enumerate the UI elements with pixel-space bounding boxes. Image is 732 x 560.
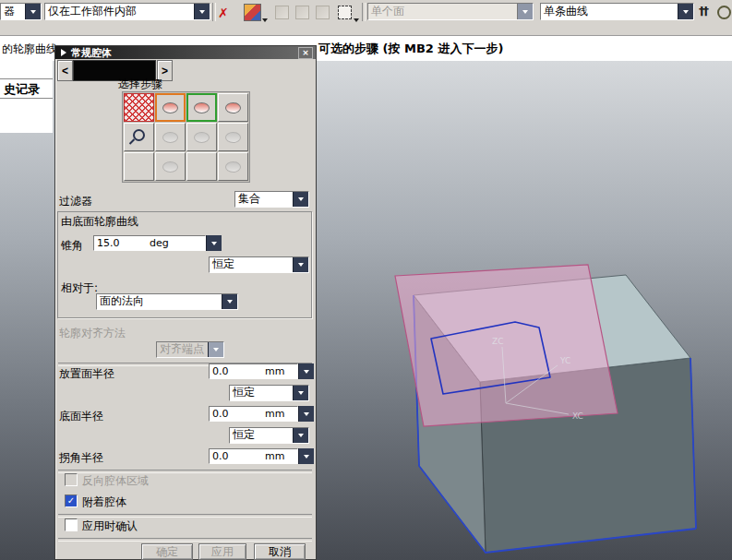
cancel-button[interactable]: 取消 [254,543,306,560]
pocket-icon [194,132,210,143]
dialog-titlebar[interactable]: 常规腔体 × [55,46,316,59]
selection-filter-combo-value: 器 [1,4,25,19]
step-button-9 [124,152,154,181]
confirm-on-apply-label: 应用时确认 [82,518,138,534]
confirm-on-apply-checkbox[interactable] [65,518,78,531]
pocket-icon [225,161,241,173]
clear-selection-icon[interactable]: ✗ [218,6,229,20]
corner-radius-unit: mm [265,450,284,462]
dialog-arrow-icon [61,49,66,56]
chevron-down-icon[interactable] [293,386,308,400]
bottom-radius-spinner[interactable]: 0.0 mm [209,406,314,422]
spinner-down-icon[interactable] [206,235,222,251]
chevron-down-icon[interactable] [262,18,268,22]
pocket-icon [162,132,178,143]
pocket-icon [225,132,241,143]
dialog-title: 常规腔体 [71,47,112,59]
top-toolbar: 器 仅在工作部件内部 ✗ 单个面 单条曲线 †† [0,0,732,36]
prev-step-button[interactable]: < [57,60,73,81]
relative-to-label: 相对于: [61,280,98,296]
taper-angle-unit: deg [150,237,169,249]
disabled-tool-icon [316,6,330,19]
reverse-region-row: 反向腔体区域 [55,473,309,487]
apply-button[interactable]: 应用 [198,543,246,560]
selection-steps-grid [122,91,250,183]
step-button-3[interactable] [186,93,217,122]
reverse-region-checkbox [65,473,78,486]
attach-pocket-label: 附着腔体 [82,494,126,510]
face-rule-combo-value: 单个面 [368,4,517,19]
corner-radius-value[interactable]: 0.0 [212,450,229,462]
step-button-7 [186,123,217,151]
selection-filter-combo[interactable]: 器 [0,3,42,20]
bottom-radius-unit: mm [265,408,284,420]
toolbar-separator [212,3,216,21]
placement-radius-spinner[interactable]: 0.0 mm [209,363,314,379]
step-button-1[interactable] [124,93,154,122]
pocket-icon [194,102,210,113]
attach-pocket-checkbox[interactable]: ✓ [65,494,78,507]
curve-rule-combo[interactable]: 单条曲线 [540,3,694,20]
corner-radius-label: 拐角半径 [59,450,103,466]
chevron-down-icon[interactable] [678,4,693,19]
pocket-icon [162,102,178,113]
app-window: 器 仅在工作部件内部 ✗ 单个面 单条曲线 †† 的轮廓曲线 可选的步骤 (按 … [0,0,732,560]
chevron-down-icon[interactable] [293,428,308,443]
corner-radius-spinner[interactable]: 0.0 mm [209,448,314,464]
chevron-down-icon[interactable] [293,192,308,207]
placement-radius-unit: mm [265,365,284,377]
curve-rule-combo-value: 单条曲线 [541,4,678,19]
history-tab[interactable]: 史记录 [0,78,53,99]
chevron-down-icon[interactable] [25,4,41,19]
general-pocket-dialog: 常规腔体 × < > 选择步骤 过滤器 集合 由底面轮廓曲线 锥 [54,45,317,560]
chevron-down-icon[interactable] [222,294,237,309]
taper-angle-value[interactable]: 15.0 [97,237,120,249]
spinner-down-icon[interactable] [298,406,314,422]
circle-tool-icon[interactable] [717,6,731,19]
filter-combo-value: 集合 [235,192,293,207]
taper-law-value: 恒定 [210,257,293,272]
selection-scope-combo-value: 仅在工作部件内部 [45,4,194,19]
taper-law-combo[interactable]: 恒定 [209,256,309,273]
close-icon[interactable]: × [298,47,313,59]
pocket-icon [162,161,178,173]
spinner-down-icon[interactable] [298,363,314,379]
step-button-10 [155,152,186,181]
disabled-tool-icon [275,6,289,19]
step-button-5[interactable] [124,123,154,151]
resource-bar: 史记录 [0,61,53,133]
step-button-2[interactable] [155,93,186,122]
spinner-down-icon[interactable] [298,448,314,464]
bottom-law-combo[interactable]: 恒定 [229,427,309,444]
step-button-12 [218,152,248,181]
toolbar-separator [362,3,366,21]
datum-plane[interactable] [395,265,618,426]
chevron-down-icon[interactable] [194,4,210,19]
axis-z-label: ZC [492,337,503,346]
step-button-8 [218,123,248,151]
axis-x-label: XC [572,411,583,421]
chevron-down-icon[interactable] [354,18,359,22]
profile-group-title: 由底面轮廓曲线 [61,214,138,230]
relative-to-combo[interactable]: 面的法向 [96,293,238,310]
taper-angle-spinner[interactable]: 15.0 deg [93,235,222,251]
marquee-select-icon[interactable] [338,6,352,19]
placement-law-combo[interactable]: 恒定 [229,385,309,401]
chain-curves-icon[interactable]: †† [699,4,707,18]
selection-options-icon[interactable] [244,4,261,21]
separator [58,538,312,542]
step-button-4[interactable] [218,93,248,122]
prompt-left-text: 的轮廓曲线 [2,42,57,57]
bottom-radius-value[interactable]: 0.0 [212,408,229,420]
filter-combo[interactable]: 集合 [234,191,309,208]
placement-radius-value[interactable]: 0.0 [212,365,229,377]
selection-scope-combo[interactable]: 仅在工作部件内部 [44,3,210,20]
bottom-law-value: 恒定 [230,428,293,443]
relative-to-value: 面的法向 [97,294,222,309]
ok-button[interactable]: 确定 [141,543,193,560]
placement-law-value: 恒定 [230,386,293,400]
taper-angle-label: 锥角 [61,238,83,254]
chevron-down-icon [517,4,533,19]
chevron-down-icon[interactable] [293,257,308,272]
reverse-region-label: 反向腔体区域 [82,473,149,489]
